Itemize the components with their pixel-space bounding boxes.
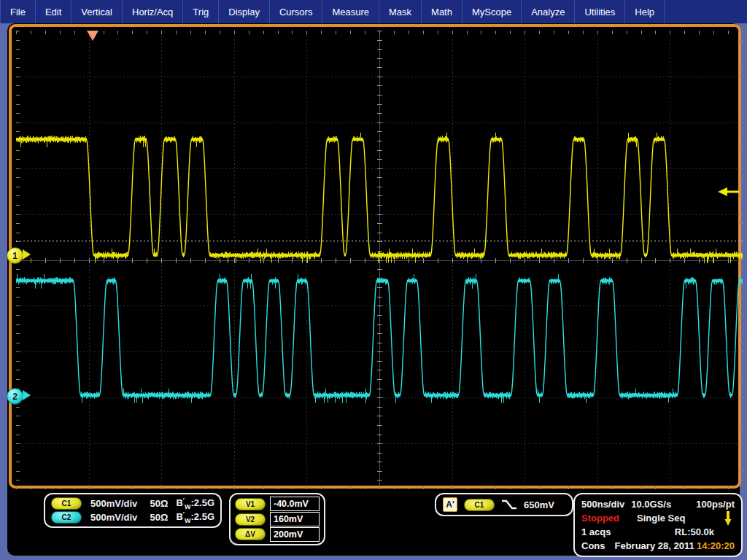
menu-math[interactable]: Math [422, 0, 462, 23]
cursor-v2-button[interactable]: V2 [235, 513, 266, 526]
channel2-ground-marker[interactable]: 2 [7, 388, 23, 405]
trigger-position-marker[interactable] [87, 31, 98, 41]
waveform-display[interactable] [16, 31, 743, 489]
timebase-row: 500ns/div 10.0GS/s 100ps/pt [581, 497, 735, 511]
menu-horiz-acq[interactable]: Horiz/Acq [123, 0, 183, 23]
channel-readout-panel: C1 500mV/div 50Ω B′W:2.5G C2 500mV/div 5… [44, 493, 222, 528]
cons-label: Cons [581, 540, 605, 551]
trigger-level-value: 650mV [524, 499, 554, 510]
channel1-bandwidth: B′W:2.5G [176, 497, 214, 510]
cursor-dv-button[interactable]: ΔV [235, 528, 266, 540]
menu-measure[interactable]: Measure [322, 0, 379, 23]
menu-mask[interactable]: Mask [379, 0, 422, 23]
falling-edge-icon [501, 499, 517, 510]
date-value: February 28, 2011 [615, 540, 694, 551]
menu-vertical[interactable]: Vertical [71, 0, 123, 23]
trigger-a-badge[interactable]: A' [443, 497, 457, 512]
acq-state: Stopped [581, 513, 619, 524]
temperature-icon [724, 510, 732, 526]
menu-trig[interactable]: Trig [183, 0, 219, 23]
time-value: 14:20:20 [697, 540, 735, 551]
channel1-arrow-icon [23, 249, 31, 260]
channel2-scale: 500mV/div [90, 512, 150, 523]
cursor-readout-panel: V1 -40.0mV V2 160mV ΔV 200mV [229, 493, 325, 545]
datetime-row: Cons February 28, 2011 14:20:20 [581, 539, 735, 553]
acq-mode: Single Seq [637, 513, 685, 524]
menu-bar: File Edit Vertical Horiz/Acq Trig Displa… [0, 0, 747, 23]
timebase-value: 500ns/div [581, 499, 624, 510]
channel2-button[interactable]: C2 [51, 511, 82, 524]
scope-screen: 1 2 C1 500mV/div 50Ω B′W:2.5G C2 500mV/d… [7, 23, 740, 556]
menu-display[interactable]: Display [219, 0, 270, 23]
menu-myscope[interactable]: MyScope [462, 0, 522, 23]
channel1-row: C1 500mV/div 50Ω B′W:2.5G [51, 497, 214, 510]
channel2-row: C2 500mV/div 50Ω B′W:2.5G [51, 510, 214, 524]
oscilloscope-app: File Edit Vertical Horiz/Acq Trig Displa… [0, 0, 747, 560]
cursor-dv-value: 200mV [270, 527, 320, 542]
trigger-readout-panel: A' C1 650mV [435, 493, 573, 516]
menu-help[interactable]: Help [625, 0, 665, 23]
acq-count-row: 1 acqs RL:50.0k [581, 525, 735, 539]
channel1-impedance: 50Ω [150, 498, 177, 509]
acq-state-row: Stopped Single Seq [581, 511, 735, 525]
menu-cursors[interactable]: Cursors [270, 0, 323, 23]
record-length: RL:50.0k [675, 526, 714, 537]
menu-edit[interactable]: Edit [36, 0, 71, 23]
menu-utilities[interactable]: Utilities [575, 0, 625, 23]
channel2-impedance: 50Ω [150, 512, 177, 523]
horizontal-readout-panel: 500ns/div 10.0GS/s 100ps/pt Stopped Sing… [573, 493, 743, 557]
channel2-arrow-icon [23, 390, 31, 400]
channel1-button[interactable]: C1 [51, 497, 82, 510]
trigger-source-button[interactable]: C1 [464, 499, 495, 511]
cursor-v1-value: -40.0mV [270, 497, 320, 511]
cursor-v2-row: V2 160mV [235, 512, 320, 527]
cursor-dv-row: ΔV 200mV [235, 526, 320, 542]
sample-rate-value: 10.0GS/s [631, 499, 671, 510]
menu-analyze[interactable]: Analyze [522, 0, 575, 23]
trigger-level-arrow[interactable] [718, 186, 740, 198]
channel1-scale: 500mV/div [90, 498, 150, 509]
channel1-ground-marker[interactable]: 1 [7, 247, 23, 264]
acq-count: 1 acqs [581, 526, 611, 537]
graticule-frame: 1 2 [9, 24, 741, 489]
channel2-bandwidth: B′W:2.5G [176, 510, 214, 524]
menu-file[interactable]: File [0, 0, 36, 23]
cursor-v2-value: 160mV [270, 512, 320, 526]
cursor-v1-button[interactable]: V1 [235, 498, 266, 510]
resolution-value: 100ps/pt [696, 499, 735, 510]
cursor-v1-row: V1 -40.0mV [235, 497, 320, 512]
